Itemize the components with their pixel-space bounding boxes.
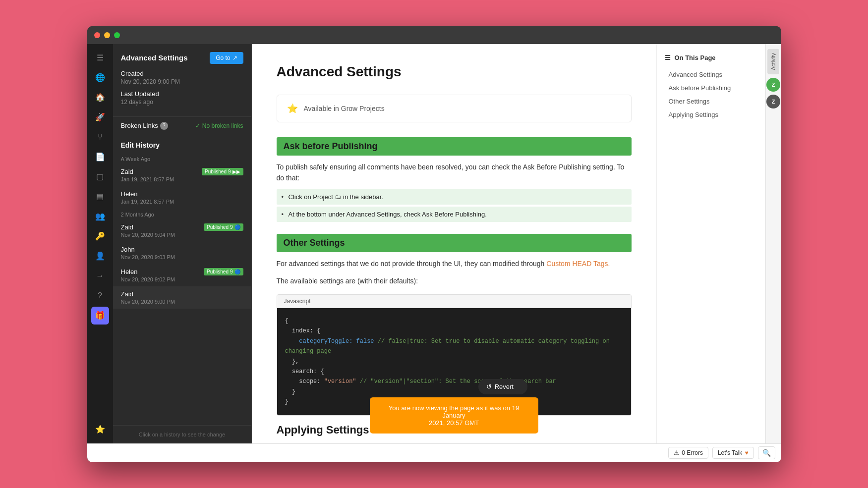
minimize-dot[interactable] (104, 32, 110, 38)
box-icon[interactable]: ▢ (91, 168, 109, 186)
branch-icon[interactable]: ⑂ (91, 128, 109, 146)
sidebar-header: Advanced Settings Go to ↗ (113, 44, 251, 70)
revert-button[interactable]: ↺ Revert (478, 379, 527, 394)
window-body: ☰ 🌐 🏠 🚀 ⑂ 📄 ▢ ▤ 👥 🔑 👤 → ? 🎁 ⭐ Advanced S… (87, 44, 781, 443)
search-button[interactable]: 🔍 (758, 446, 775, 459)
titlebar (87, 26, 781, 44)
history-group-week-ago: A Week Ago (113, 153, 251, 164)
published-badge-1: Published 9 ▶▶ (202, 168, 243, 175)
question-icon[interactable]: ? (91, 287, 109, 305)
no-broken-links-status: ✓ No broken links (195, 122, 243, 129)
on-this-page-header: ☰ On This Page (665, 54, 757, 61)
history-item-zaid-3[interactable]: Zaid Nov 20, 2020 9:00 PM (113, 286, 251, 309)
gift-icon[interactable]: 🎁 (91, 307, 109, 325)
history-item-helen-2[interactable]: Helen Nov 20, 2020 9:02 PM Published 9 🔵 (113, 264, 251, 286)
on-page-item-ask-before-publishing[interactable]: Ask before Publishing (665, 82, 757, 94)
star-icon[interactable]: ⭐ (91, 421, 109, 438)
other-settings-content: For advanced settings that we do not pro… (277, 258, 632, 269)
published-badge-2: Published 9 🔵 (204, 223, 243, 231)
icon-bar: ☰ 🌐 🏠 🚀 ⑂ 📄 ▢ ▤ 👥 🔑 👤 → ? 🎁 ⭐ (87, 44, 113, 443)
heart-icon: ♥ (745, 449, 748, 456)
app-window: ☰ 🌐 🏠 🚀 ⑂ 📄 ▢ ▤ 👥 🔑 👤 → ? 🎁 ⭐ Advanced S… (87, 26, 781, 462)
users-icon[interactable]: 👥 (91, 208, 109, 225)
doc-icon[interactable]: 📄 (91, 148, 109, 166)
revert-icon: ↺ (486, 383, 492, 390)
sidebar-footer-hint: Click on a history to see the change (113, 425, 251, 443)
go-to-button[interactable]: Go to ↗ (210, 52, 243, 64)
custom-head-tags-link[interactable]: Custom HEAD Tags. (546, 260, 610, 268)
created-meta: Created Nov 20, 2020 9:00 PM (121, 70, 243, 85)
bullet-item-1: Click on Project 🗂 in the sidebar. (277, 189, 632, 205)
history-item-zaid-1[interactable]: Zaid Jan 19, 2021 8:57 PM Published 9 ▶▶ (113, 164, 251, 186)
code-tab-javascript[interactable]: Javascript (277, 295, 631, 308)
section-ask-before-publishing-heading: Ask before Publishing (277, 137, 632, 156)
rocket-icon[interactable]: 🚀 (91, 108, 109, 126)
warning-icon: ⚠ (674, 449, 679, 456)
maximize-dot[interactable] (114, 32, 120, 38)
history-group-2months-ago: 2 Months Ago (113, 209, 251, 219)
main-content: Advanced Settings ⭐ Available in Grow Pr… (252, 44, 656, 443)
sidebar: Advanced Settings Go to ↗ Created Nov 20… (113, 44, 252, 443)
list-icon: ☰ (665, 54, 671, 61)
star-icon: ⭐ (287, 103, 298, 114)
history-item-helen-1[interactable]: Helen Jan 19, 2021 8:57 PM (113, 186, 251, 209)
edit-history-header: Edit History (113, 135, 251, 153)
history-item-john[interactable]: John Nov 20, 2020 9:03 PM (113, 242, 251, 264)
key-icon[interactable]: 🔑 (91, 227, 109, 245)
bullet-item-2: At the bottom under Advanced Settings, c… (277, 207, 632, 222)
close-dot[interactable] (94, 32, 100, 38)
lets-talk-button[interactable]: Let's Talk ♥ (712, 447, 754, 459)
menu-icon[interactable]: ☰ (91, 49, 109, 67)
page-title: Advanced Settings (277, 64, 632, 80)
right-sidebar: ☰ On This Page Advanced Settings Ask bef… (656, 44, 765, 443)
on-page-item-applying-settings[interactable]: Applying Settings (665, 108, 757, 121)
sidebar-title: Advanced Settings (121, 54, 188, 62)
section-other-settings-heading: Other Settings (277, 234, 632, 252)
home-icon[interactable]: 🏠 (91, 89, 109, 107)
published-badge-3: Published 9 🔵 (204, 268, 243, 275)
on-page-item-other-settings[interactable]: Other Settings (665, 95, 757, 108)
last-updated-meta: Last Updated 12 days ago (121, 90, 243, 106)
person-icon[interactable]: 👤 (91, 247, 109, 265)
arrow-right-icon[interactable]: → (91, 267, 109, 285)
on-page-item-advanced-settings[interactable]: Advanced Settings (665, 68, 757, 81)
bottom-bar: ⚠ 0 Errors Let's Talk ♥ 🔍 (87, 443, 781, 462)
info-box: ⭐ Available in Grow Projects (277, 95, 632, 122)
activity-panel: Activity Z Z (765, 44, 781, 443)
meta-section: Created Nov 20, 2020 9:00 PM Last Update… (113, 70, 251, 117)
ask-before-publishing-content: To publish safely ensuring all comments … (277, 162, 632, 184)
globe-icon[interactable]: 🌐 (91, 69, 109, 87)
broken-links-row: Broken Links ? ✓ No broken links (113, 117, 251, 135)
avatar-green: Z (766, 78, 780, 92)
layers-icon[interactable]: ▤ (91, 188, 109, 206)
broken-links-label: Broken Links ? (121, 122, 168, 130)
avatar-dark: Z (766, 95, 780, 108)
toast-notification: You are now viewing the page as it was o… (370, 397, 538, 434)
settings-defaults-text: The available settings are (with their d… (277, 275, 632, 286)
history-item-zaid-2[interactable]: Zaid Nov 20, 2020 9:04 PM Published 9 🔵 (113, 219, 251, 242)
errors-button[interactable]: ⚠ 0 Errors (668, 447, 708, 459)
activity-tab[interactable]: Activity (767, 49, 779, 74)
broken-links-info-icon[interactable]: ? (160, 122, 168, 130)
